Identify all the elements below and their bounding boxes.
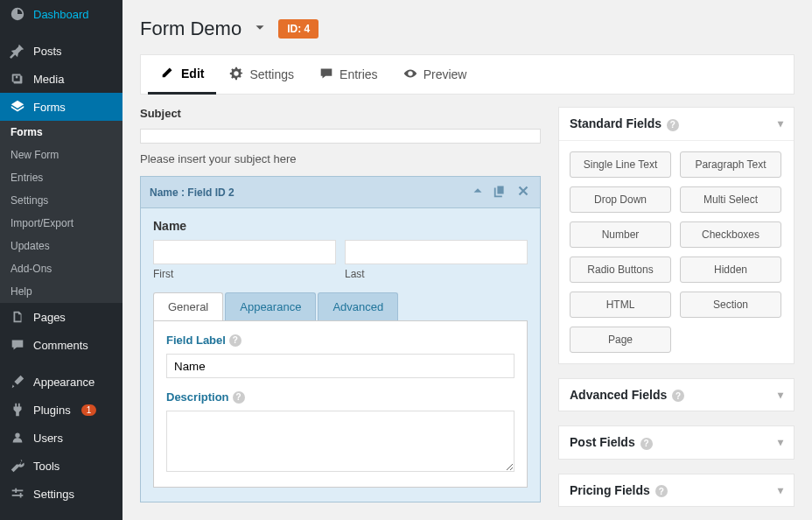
panel-standard-fields: Standard Fields ? ▾ Single Line Text Par… <box>558 107 794 364</box>
panel-header[interactable]: Post Fields ? ▾ <box>559 426 794 459</box>
help-icon[interactable]: ? <box>640 438 653 450</box>
panel-header[interactable]: Standard Fields ? ▾ <box>559 108 794 141</box>
duplicate-icon[interactable] <box>493 183 508 201</box>
sidebar-item-forms[interactable]: Forms <box>0 93 122 121</box>
sliders-icon <box>9 485 26 502</box>
field-settings-tabs: General Appearance Advanced <box>153 292 528 320</box>
sidebar-sub-forms[interactable]: Forms <box>0 121 122 144</box>
field-btn-label: Multi Select <box>704 193 758 206</box>
field-btn-dropdown[interactable]: Drop Down <box>570 186 671 213</box>
sidebar-sub-entries[interactable]: Entries <box>0 166 122 189</box>
sidebar-item-label: Users <box>33 432 63 445</box>
sidebar-sub-import-export[interactable]: Import/Export <box>0 212 122 235</box>
help-icon[interactable]: ? <box>233 391 245 404</box>
sidebar-sub-help[interactable]: Help <box>0 280 122 303</box>
last-name-input[interactable] <box>345 240 528 264</box>
field-btn-multiselect[interactable]: Multi Select <box>680 186 781 213</box>
field-btn-label: Single Line Text <box>584 158 658 171</box>
sidebar-sub-updates[interactable]: Updates <box>0 235 122 257</box>
help-icon[interactable]: ? <box>672 390 684 402</box>
sidebar-item-label: Posts <box>33 45 62 58</box>
field-card-title: Name : Field ID 2 <box>150 186 234 199</box>
inner-tab-label: Advanced <box>332 300 383 313</box>
inner-tab-general[interactable]: General <box>153 292 223 320</box>
description-title: Description ? <box>166 390 514 404</box>
sidebar-item-users[interactable]: Users <box>0 424 122 452</box>
sidebar-item-comments[interactable]: Comments <box>0 331 122 359</box>
chevron-down-icon: ▾ <box>778 484 783 496</box>
sidebar-item-label: Settings <box>33 488 74 501</box>
panel-header[interactable]: Advanced Fields ? ▾ <box>559 379 794 411</box>
description-label-text: Description <box>166 390 229 404</box>
field-card-header[interactable]: Name : Field ID 2 <box>141 177 540 208</box>
tab-label: Settings <box>249 67 294 81</box>
sidebar-item-label: Media <box>33 73 64 86</box>
subject-input[interactable] <box>140 129 541 144</box>
field-btn-radio[interactable]: Radio Buttons <box>570 256 671 283</box>
editor-content: Subject Please insert your subject here … <box>122 107 812 520</box>
tools-icon <box>9 457 26 474</box>
users-icon <box>9 429 26 446</box>
sidebar-sub-settings[interactable]: Settings <box>0 189 122 212</box>
close-icon[interactable] <box>515 183 531 201</box>
description-textarea[interactable] <box>166 411 514 472</box>
sidebar-item-tools[interactable]: Tools <box>0 452 122 480</box>
field-btn-html[interactable]: HTML <box>570 292 671 318</box>
sidebar-sub-label: Updates <box>10 240 50 252</box>
sidebar-sub-addons[interactable]: Add-Ons <box>0 257 122 280</box>
collapse-icon[interactable] <box>470 183 486 201</box>
field-btn-section[interactable]: Section <box>680 292 781 318</box>
subject-label: Subject <box>140 107 541 120</box>
sidebar-item-posts[interactable]: Posts <box>0 37 122 65</box>
main-content: Form Demo ID: 4 Edit Settings Entries Pr… <box>122 0 812 520</box>
field-label-title: Field Label ? <box>166 334 514 347</box>
first-name-input[interactable] <box>153 240 336 264</box>
sidebar-item-dashboard[interactable]: Dashboard <box>0 0 122 28</box>
field-btn-single-line[interactable]: Single Line Text <box>570 151 671 178</box>
field-btn-checkboxes[interactable]: Checkboxes <box>680 221 781 248</box>
pages-icon <box>9 308 26 326</box>
inner-tab-advanced[interactable]: Advanced <box>318 292 398 320</box>
field-btn-hidden[interactable]: Hidden <box>680 256 781 283</box>
help-icon[interactable]: ? <box>229 334 242 347</box>
field-btn-page[interactable]: Page <box>570 327 671 353</box>
tab-entries[interactable]: Entries <box>306 54 390 95</box>
sidebar-item-pages[interactable]: Pages <box>0 303 122 331</box>
field-label-input[interactable] <box>166 354 514 378</box>
sidebar-item-appearance[interactable]: Appearance <box>0 368 122 396</box>
sidebar-item-label: Comments <box>33 339 88 352</box>
form-switcher-dropdown[interactable] <box>252 20 268 39</box>
sidebar-item-media[interactable]: Media <box>0 65 122 93</box>
field-btn-number[interactable]: Number <box>570 221 671 248</box>
eye-icon <box>402 66 418 84</box>
sidebar-sub-label: Import/Export <box>10 217 74 229</box>
field-btn-paragraph[interactable]: Paragraph Text <box>680 151 781 178</box>
panel-title: Advanced Fields <box>570 388 667 402</box>
panel-title: Standard Fields <box>570 116 662 130</box>
tab-edit[interactable]: Edit <box>148 54 216 95</box>
panel-body: Single Line Text Paragraph Text Drop Dow… <box>559 141 794 363</box>
field-card-actions <box>470 183 531 201</box>
plugin-icon <box>9 401 26 418</box>
field-btn-label: HTML <box>606 299 635 311</box>
tab-label: Preview <box>424 67 467 81</box>
form-id-badge: ID: 4 <box>278 19 318 39</box>
field-palette-column: Standard Fields ? ▾ Single Line Text Par… <box>558 107 794 502</box>
sidebar-item-plugins[interactable]: Plugins 1 <box>0 396 122 424</box>
tab-settings[interactable]: Settings <box>216 54 306 95</box>
sidebar-sub-new-form[interactable]: New Form <box>0 144 122 166</box>
inner-tab-label: Appearance <box>240 300 301 313</box>
sidebar-item-label: Pages <box>33 311 66 324</box>
sidebar-sub-label: Add-Ons <box>10 263 52 275</box>
chevron-down-icon: ▾ <box>778 389 783 401</box>
inner-tab-appearance[interactable]: Appearance <box>225 292 316 320</box>
field-btn-label: Radio Buttons <box>587 264 653 276</box>
chevron-down-icon: ▾ <box>778 436 783 448</box>
gear-icon <box>228 66 244 84</box>
panel-header[interactable]: Pricing Fields ? ▾ <box>559 474 794 507</box>
help-icon[interactable]: ? <box>667 119 679 131</box>
sidebar-item-settings[interactable]: Settings <box>0 480 122 508</box>
speech-icon <box>318 66 334 84</box>
tab-preview[interactable]: Preview <box>390 54 480 95</box>
help-icon[interactable]: ? <box>655 485 668 497</box>
